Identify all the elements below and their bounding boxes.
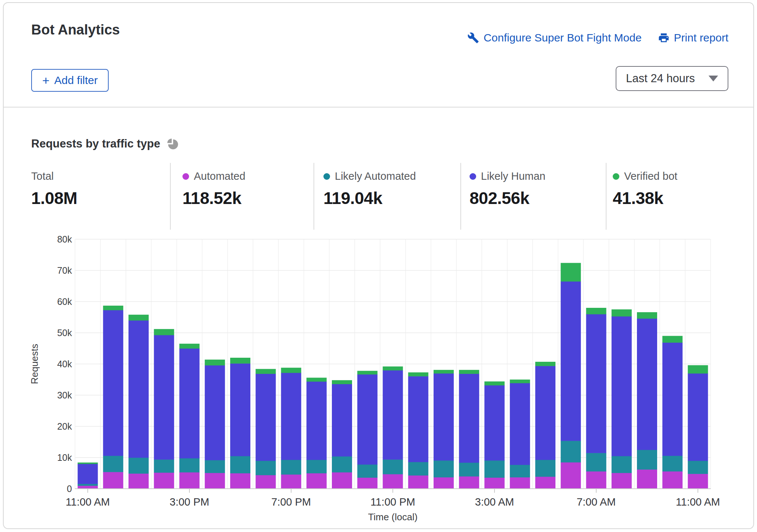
bar-segment-verified-bot[interactable]: [205, 360, 225, 365]
bar-segment-likely-automated[interactable]: [103, 456, 123, 472]
bar-segment-verified-bot[interactable]: [485, 382, 505, 386]
bar-segment-automated[interactable]: [485, 477, 505, 489]
bar-segment-likely-human[interactable]: [510, 383, 530, 465]
bar-segment-likely-human[interactable]: [434, 374, 454, 461]
bar-segment-automated[interactable]: [307, 473, 327, 489]
bar-segment-verified-bot[interactable]: [612, 309, 632, 316]
bar-segment-automated[interactable]: [230, 473, 250, 489]
bar-segment-verified-bot[interactable]: [408, 372, 428, 376]
bar-segment-verified-bot[interactable]: [357, 371, 377, 375]
bar-segment-verified-bot[interactable]: [180, 344, 200, 349]
bar-segment-automated[interactable]: [128, 473, 149, 489]
bar-segment-verified-bot[interactable]: [510, 380, 530, 383]
bar-segment-automated[interactable]: [510, 477, 530, 489]
bar-segment-likely-human[interactable]: [154, 335, 174, 460]
bar-segment-likely-human[interactable]: [535, 366, 555, 460]
bar-segment-verified-bot[interactable]: [662, 336, 682, 343]
bar-segment-verified-bot[interactable]: [561, 263, 581, 282]
bar-segment-likely-automated[interactable]: [307, 460, 327, 473]
bar-segment-likely-human[interactable]: [383, 370, 403, 460]
traffic-chart[interactable]: 010k20k30k40k50k60k70k80k11:00 AM3:00 PM…: [0, 0, 757, 532]
bar-segment-likely-human[interactable]: [561, 281, 581, 441]
bar-segment-likely-automated[interactable]: [586, 453, 606, 471]
bar-segment-likely-human[interactable]: [408, 376, 428, 462]
bar-segment-likely-automated[interactable]: [256, 461, 276, 475]
bar-segment-likely-human[interactable]: [205, 365, 225, 460]
bar-segment-likely-human[interactable]: [459, 374, 479, 463]
bar-segment-likely-automated[interactable]: [535, 460, 555, 477]
bar-segment-verified-bot[interactable]: [256, 369, 276, 374]
bar-segment-likely-automated[interactable]: [408, 462, 428, 475]
bar-segment-verified-bot[interactable]: [230, 358, 250, 364]
bar-segment-likely-human[interactable]: [637, 318, 657, 450]
bar-segment-likely-automated[interactable]: [154, 459, 174, 473]
bar-segment-verified-bot[interactable]: [154, 329, 174, 335]
bar-segment-verified-bot[interactable]: [688, 365, 708, 374]
bar-segment-likely-automated[interactable]: [485, 460, 505, 478]
bar-segment-automated[interactable]: [103, 472, 123, 489]
bar-segment-automated[interactable]: [357, 477, 377, 489]
bar-segment-likely-human[interactable]: [586, 314, 606, 453]
bar-segment-verified-bot[interactable]: [434, 370, 454, 374]
bar-segment-automated[interactable]: [205, 473, 225, 489]
bar-segment-likely-human[interactable]: [180, 349, 200, 459]
bar-segment-likely-human[interactable]: [281, 373, 301, 460]
bar-segment-verified-bot[interactable]: [332, 380, 352, 384]
bar-segment-likely-automated[interactable]: [180, 458, 200, 473]
bar-segment-automated[interactable]: [154, 473, 174, 489]
bar-segment-likely-automated[interactable]: [612, 456, 632, 473]
bar-segment-automated[interactable]: [688, 474, 708, 489]
bar-segment-likely-automated[interactable]: [281, 460, 301, 475]
bar-segment-likely-automated[interactable]: [510, 465, 530, 478]
bar-segment-automated[interactable]: [383, 474, 403, 489]
bar-segment-likely-automated[interactable]: [357, 464, 377, 478]
bar-segment-verified-bot[interactable]: [459, 370, 479, 374]
bar-segment-automated[interactable]: [637, 469, 657, 489]
bar-segment-likely-automated[interactable]: [230, 456, 250, 473]
bar-segment-likely-automated[interactable]: [662, 456, 682, 471]
bar-segment-verified-bot[interactable]: [128, 315, 149, 321]
bar-segment-likely-human[interactable]: [78, 464, 98, 484]
bar-segment-likely-automated[interactable]: [332, 456, 352, 473]
bar-segment-likely-human[interactable]: [357, 374, 377, 464]
bar-segment-automated[interactable]: [332, 472, 352, 489]
bar-segment-automated[interactable]: [459, 476, 479, 489]
bar-segment-likely-automated[interactable]: [128, 458, 149, 474]
bar-segment-verified-bot[interactable]: [586, 308, 606, 314]
bar-segment-likely-human[interactable]: [256, 374, 276, 461]
bar-segment-likely-human[interactable]: [230, 363, 250, 456]
bar-segment-automated[interactable]: [586, 471, 606, 489]
bar-segment-likely-automated[interactable]: [688, 461, 708, 474]
bar-segment-automated[interactable]: [281, 474, 301, 489]
bar-segment-automated[interactable]: [180, 472, 200, 489]
bar-segment-likely-human[interactable]: [662, 342, 682, 456]
bar-segment-automated[interactable]: [561, 462, 581, 489]
bar-segment-likely-automated[interactable]: [561, 441, 581, 462]
bar-segment-verified-bot[interactable]: [281, 368, 301, 373]
bar-segment-verified-bot[interactable]: [78, 463, 98, 464]
bar-segment-likely-human[interactable]: [332, 384, 352, 456]
bar-segment-likely-human[interactable]: [128, 320, 149, 458]
bar-segment-automated[interactable]: [612, 473, 632, 489]
bar-segment-verified-bot[interactable]: [637, 312, 657, 319]
bar-segment-likely-automated[interactable]: [205, 460, 225, 473]
bar-segment-verified-bot[interactable]: [307, 378, 327, 382]
bar-segment-automated[interactable]: [535, 477, 555, 489]
bar-segment-automated[interactable]: [408, 475, 428, 489]
bar-segment-verified-bot[interactable]: [535, 362, 555, 366]
bar-segment-verified-bot[interactable]: [103, 306, 123, 310]
bar-segment-likely-automated[interactable]: [383, 459, 403, 474]
bar-segment-likely-human[interactable]: [612, 316, 632, 456]
bar-segment-likely-human[interactable]: [103, 310, 123, 456]
bar-segment-likely-human[interactable]: [307, 382, 327, 460]
bar-segment-likely-human[interactable]: [688, 374, 708, 461]
bar-segment-likely-human[interactable]: [485, 385, 505, 460]
bar-segment-likely-automated[interactable]: [637, 450, 657, 470]
bar-segment-likely-automated[interactable]: [459, 463, 479, 477]
bar-segment-automated[interactable]: [256, 475, 276, 489]
bar-segment-automated[interactable]: [662, 471, 682, 489]
bar-segment-verified-bot[interactable]: [383, 367, 403, 371]
bar-segment-automated[interactable]: [434, 477, 454, 489]
bar-segment-likely-automated[interactable]: [434, 460, 454, 478]
bar-segment-likely-automated[interactable]: [78, 484, 98, 486]
